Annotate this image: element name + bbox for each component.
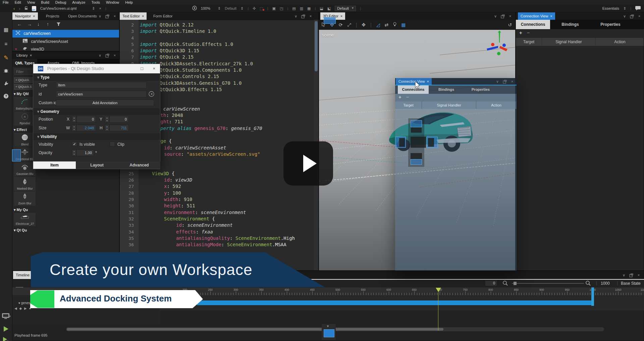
align-left-icon[interactable]: ▣	[272, 6, 276, 11]
tree-item-carviewscreenasset[interactable]: carViewScreenAsset	[12, 38, 119, 46]
nav-up-icon[interactable]: ↑	[47, 21, 49, 27]
playhead-marker[interactable]	[436, 288, 441, 292]
tab-navigator[interactable]: Navigator×	[12, 12, 38, 20]
library-item-masked-blur[interactable]: Masked Blur	[14, 177, 36, 191]
debug-bug-icon[interactable]	[0, 68, 12, 74]
tab-connections[interactable]: Connections	[516, 20, 550, 29]
lock-icon[interactable]	[24, 6, 28, 11]
menu-edit[interactable]: Edit	[15, 0, 21, 4]
debug-run-button[interactable]	[0, 336, 12, 341]
video-play-button[interactable]	[283, 141, 333, 186]
keyframe-controls[interactable]: ◀ ◆ ▶ ●	[14, 306, 32, 310]
grid-toggle-icon[interactable]: ▦	[401, 22, 406, 27]
fit-view-icon[interactable]: ✥	[362, 22, 366, 27]
float-panel-icon[interactable]	[629, 273, 634, 277]
tab-connections[interactable]: Connections	[398, 85, 429, 94]
zoom-level[interactable]: 100%	[201, 6, 210, 10]
add-annotation-button[interactable]: Add Annotation	[56, 99, 154, 106]
reset-view-icon[interactable]: ↺	[508, 22, 512, 27]
menu-analyze[interactable]: Analyze	[72, 0, 85, 4]
col-signal-handler[interactable]: Signal Handler	[422, 101, 476, 109]
tree-item-carviewscreen[interactable]: carViewScreen	[12, 30, 119, 38]
chevron-down-icon[interactable]: ∨	[493, 14, 498, 18]
end-frame-value[interactable]: 1000	[601, 281, 610, 286]
float-panel-icon[interactable]	[500, 14, 505, 18]
document-name[interactable]: CarViewScreen.ui.qml	[40, 6, 77, 10]
scrollbar-thumb[interactable]	[67, 328, 443, 331]
col-action[interactable]: Action	[596, 38, 644, 46]
edit-shape-icon[interactable]: ⬕	[327, 6, 331, 11]
float-panel-icon[interactable]	[630, 14, 634, 18]
tab-text-editor[interactable]: Text Editor×	[120, 12, 147, 20]
is-visible-checkbox[interactable]: ✓	[72, 141, 77, 147]
chevron-down-icon[interactable]: ∨	[98, 14, 102, 18]
mode-selector[interactable]: Essentials	[602, 6, 619, 10]
add-connection-button[interactable]: +	[398, 94, 401, 100]
zoom-min-field[interactable]: 0	[485, 280, 497, 286]
maximize-icon[interactable]: □	[141, 64, 143, 73]
timeline-end-marker[interactable]	[591, 287, 594, 306]
tab-timeline[interactable]: Timeline	[13, 271, 32, 279]
close-document-icon[interactable]: ×	[99, 6, 101, 10]
chevron-down-icon[interactable]: ∨	[98, 53, 102, 58]
type-field[interactable]: Item	[56, 82, 147, 88]
tab-bindings[interactable]: Bindings	[550, 20, 590, 29]
close-icon[interactable]: ×	[636, 273, 641, 277]
dialog-tab-layout[interactable]: Layout	[76, 161, 118, 169]
close-icon[interactable]: ×	[153, 64, 155, 73]
tab-connection-view[interactable]: Connection View×	[396, 78, 432, 85]
timeline-duration-bar[interactable]	[197, 300, 593, 305]
col-target[interactable]: Target	[516, 38, 542, 46]
library-title[interactable]: Library×	[14, 52, 35, 59]
design-pencil-icon[interactable]: ✎	[0, 54, 12, 61]
tab-connection-view[interactable]: Connection View×	[518, 12, 555, 20]
w-field[interactable]: 2.048	[76, 125, 96, 131]
col-action[interactable]: Action	[476, 101, 517, 109]
grid-layout-icon[interactable]: ▦	[307, 6, 311, 11]
close-icon[interactable]: ×	[550, 14, 552, 18]
scale-tool-icon[interactable]: ⤢	[347, 22, 351, 28]
back-button[interactable]: ‹	[13, 6, 15, 11]
col-target[interactable]: Target	[395, 101, 422, 109]
close-icon[interactable]: ×	[508, 14, 513, 18]
section-visibility[interactable]: ▾ Visibility	[33, 133, 160, 140]
run-button[interactable]	[0, 326, 12, 333]
close-icon[interactable]: ×	[340, 14, 342, 18]
menu-window[interactable]: Window	[106, 0, 119, 4]
tab-open-documents[interactable]: Open Documents	[65, 12, 100, 20]
close-icon[interactable]: ×	[33, 14, 35, 18]
rotate-tool-icon[interactable]: ⟳	[339, 22, 343, 27]
float-panel-icon[interactable]	[105, 14, 110, 18]
w-spinner[interactable]: ▲▼	[72, 125, 76, 131]
clip-checkbox[interactable]	[110, 141, 115, 147]
zoom-in-magnifier-icon[interactable]	[586, 281, 591, 287]
section-type[interactable]: ▾ Type	[33, 74, 160, 81]
style-preset-dropdown[interactable]: Default▼	[335, 6, 356, 11]
chevron-down-icon[interactable]: ▼	[326, 325, 329, 328]
nav-down-icon[interactable]: ↓	[37, 21, 40, 27]
tab-properties[interactable]: Properties	[464, 85, 497, 94]
library-section-header[interactable]: ▾ My Qu	[14, 208, 37, 212]
library-item-gaussian-blu[interactable]: Gaussian Blu	[14, 162, 36, 176]
camera-angle-icon[interactable]: ◿	[376, 22, 380, 27]
light-bulb-icon[interactable]	[393, 22, 396, 28]
nav-left-icon[interactable]: ←	[17, 21, 22, 27]
dialog-tab-item[interactable]: Item	[33, 161, 76, 169]
chevron-down-icon[interactable]: ∨	[622, 14, 627, 18]
filter-funnel-icon[interactable]	[57, 22, 61, 27]
library-item-zoom-blur[interactable]: Zoom Blur	[14, 192, 36, 206]
float-titlebar[interactable]: Connection View× ∨×	[395, 78, 517, 85]
kit-monitor-icon[interactable]	[0, 313, 12, 321]
tab-form-editor[interactable]: Form Editor	[151, 12, 175, 20]
remove-connection-button[interactable]: −	[527, 30, 530, 36]
library-item-directional-blu[interactable]: Directional Blu	[14, 147, 36, 161]
form-preset[interactable]: Default	[225, 6, 236, 10]
close-icon[interactable]: ×	[308, 14, 313, 18]
run-indicator-icon[interactable]	[192, 6, 197, 11]
forward-button[interactable]: ›	[19, 6, 20, 11]
dialog-tab-advanced[interactable]: Advanced	[118, 161, 160, 169]
chevron-down-icon[interactable]: ∨	[622, 273, 626, 277]
add-connection-button[interactable]: +	[519, 30, 522, 36]
dialog-titlebar[interactable]: DS Properties - Qt Design Studio □ ×	[33, 64, 160, 73]
preset-stepper[interactable]: ⇕	[240, 6, 244, 11]
